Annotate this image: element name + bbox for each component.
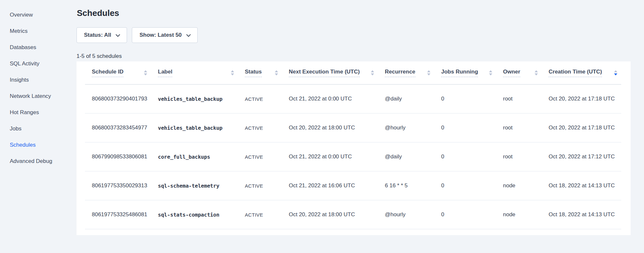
cell-owner: node — [496, 200, 542, 229]
cell-creation-time: Oct 20, 2022 at 17:18 UTC — [542, 113, 621, 142]
table-row: 806197753325486081sql-stats-compactionAC… — [85, 200, 621, 229]
sort-icon[interactable] — [535, 70, 538, 75]
filters-bar: Status: All Show: Latest 50 — [77, 27, 631, 43]
cell-creation-time: Oct 20, 2022 at 17:12 UTC — [542, 142, 621, 171]
sidebar-item-label: Overview — [10, 12, 33, 18]
cell-jobs-running: 0 — [434, 85, 496, 113]
cell-recurrence: @hourly — [378, 113, 434, 142]
sort-icon[interactable] — [489, 70, 492, 75]
sort-icon[interactable] — [427, 70, 430, 75]
cell-creation-time: Oct 18, 2022 at 14:13 UTC — [542, 200, 621, 229]
column-header-creation-time-utc[interactable]: Creation Time (UTC) — [542, 61, 621, 85]
table-row: 806799098533806081core_full_backupsACTIV… — [85, 142, 621, 171]
schedules-table-card: Schedule ID Label Status Next Execution … — [77, 61, 631, 235]
sidebar-item-label: Network Latency — [10, 93, 51, 100]
sidebar-item-hot-ranges[interactable]: Hot Ranges — [0, 104, 72, 121]
table-row: 806800373290401793vehicles_table_backupA… — [85, 85, 621, 113]
status-filter-label: Status: All — [84, 32, 111, 38]
cell-next-execution: Oct 20, 2022 at 18:00 UTC — [282, 200, 378, 229]
sort-icon[interactable] — [275, 70, 278, 75]
cell-schedule-id: 806197753325486081 — [85, 200, 151, 229]
column-header-owner[interactable]: Owner — [496, 61, 542, 85]
main-content: Schedules Status: All Show: Latest 50 1-… — [77, 0, 631, 235]
column-header-jobs-running[interactable]: Jobs Running — [434, 61, 496, 85]
cell-jobs-running: 0 — [434, 200, 496, 229]
sidebar-item-network-latency[interactable]: Network Latency — [0, 88, 72, 104]
cell-status: ACTIVE — [238, 85, 282, 113]
cell-schedule-id: 806197753350029313 — [85, 171, 151, 200]
schedules-table: Schedule ID Label Status Next Execution … — [85, 61, 621, 229]
table-header-row: Schedule ID Label Status Next Execution … — [85, 61, 621, 85]
sidebar-item-insights[interactable]: Insights — [0, 72, 72, 88]
cell-label: vehicles_table_backup — [151, 113, 238, 142]
column-header-label: Owner — [503, 69, 520, 77]
status-filter-dropdown[interactable]: Status: All — [77, 27, 127, 43]
cell-owner: root — [496, 142, 542, 171]
chevron-down-icon — [186, 34, 191, 37]
sort-icon[interactable] — [231, 70, 234, 75]
column-header-recurrence[interactable]: Recurrence — [378, 61, 434, 85]
sidebar-nav: OverviewMetricsDatabasesSQL ActivityInsi… — [0, 7, 72, 169]
column-header-next-execution-time-utc[interactable]: Next Execution Time (UTC) — [282, 61, 378, 85]
sidebar-item-label: Jobs — [10, 126, 21, 132]
sidebar-item-sql-activity[interactable]: SQL Activity — [0, 56, 72, 72]
cell-next-execution: Oct 20, 2022 at 18:00 UTC — [282, 113, 378, 142]
sidebar-item-schedules[interactable]: Schedules — [0, 137, 72, 153]
column-header-label: Recurrence — [385, 69, 415, 77]
page-title: Schedules — [77, 8, 631, 18]
cell-jobs-running: 0 — [434, 113, 496, 142]
table-row: 806197753350029313sql-schema-telemetryAC… — [85, 171, 621, 200]
cell-schedule-id: 806799098533806081 — [85, 142, 151, 171]
chevron-down-icon — [116, 34, 120, 37]
column-header-status[interactable]: Status — [238, 61, 282, 85]
sidebar-item-label: Insights — [10, 77, 29, 83]
column-header-label: Creation Time (UTC) — [549, 69, 602, 77]
sidebar-item-label: Databases — [10, 44, 36, 51]
sidebar-item-label: Advanced Debug — [10, 158, 52, 165]
sidebar-item-label: Hot Ranges — [10, 109, 39, 116]
sidebar-item-databases[interactable]: Databases — [0, 39, 72, 56]
cell-recurrence: @hourly — [378, 200, 434, 229]
sidebar-item-metrics[interactable]: Metrics — [0, 23, 72, 39]
column-header-label: Next Execution Time (UTC) — [289, 69, 360, 77]
cell-recurrence: 6 16 * * 5 — [378, 171, 434, 200]
sidebar-item-overview[interactable]: Overview — [0, 7, 72, 23]
sidebar-item-advanced-debug[interactable]: Advanced Debug — [0, 153, 72, 169]
column-header-label: Jobs Running — [441, 69, 478, 77]
results-count: 1-5 of 5 schedules — [77, 53, 631, 60]
table-row: 806800373283454977vehicles_table_backupA… — [85, 113, 621, 142]
sidebar-item-label: Metrics — [10, 28, 28, 34]
cell-label: vehicles_table_backup — [151, 85, 238, 113]
sort-icon[interactable] — [371, 70, 374, 75]
sidebar-item-label: SQL Activity — [10, 60, 39, 67]
cell-status: ACTIVE — [238, 113, 282, 142]
column-header-schedule-id[interactable]: Schedule ID — [85, 61, 151, 85]
show-filter-dropdown[interactable]: Show: Latest 50 — [132, 27, 197, 43]
cell-next-execution: Oct 21, 2022 at 0:00 UTC — [282, 142, 378, 171]
cell-creation-time: Oct 18, 2022 at 14:13 UTC — [542, 171, 621, 200]
cell-status: ACTIVE — [238, 142, 282, 171]
show-filter-label: Show: Latest 50 — [139, 32, 181, 38]
sort-icon[interactable] — [144, 70, 147, 75]
sidebar-item-jobs[interactable]: Jobs — [0, 121, 72, 137]
cell-owner: node — [496, 171, 542, 200]
cell-status: ACTIVE — [238, 171, 282, 200]
cell-owner: root — [496, 113, 542, 142]
table-body: 806800373290401793vehicles_table_backupA… — [85, 85, 621, 229]
cell-owner: root — [496, 85, 542, 113]
cell-jobs-running: 0 — [434, 142, 496, 171]
sidebar-item-label: Schedules — [10, 142, 35, 148]
sort-icon[interactable] — [614, 70, 617, 75]
column-header-label[interactable]: Label — [151, 61, 238, 85]
cell-status: ACTIVE — [238, 200, 282, 229]
cell-schedule-id: 806800373290401793 — [85, 85, 151, 113]
cell-jobs-running: 0 — [434, 171, 496, 200]
cell-recurrence: @daily — [378, 85, 434, 113]
cell-next-execution: Oct 21, 2022 at 16:06 UTC — [282, 171, 378, 200]
column-header-label: Schedule ID — [92, 69, 123, 77]
cell-creation-time: Oct 20, 2022 at 17:18 UTC — [542, 85, 621, 113]
cell-label: sql-stats-compaction — [151, 200, 238, 229]
cell-recurrence: @daily — [378, 142, 434, 171]
cell-label: core_full_backups — [151, 142, 238, 171]
cell-label: sql-schema-telemetry — [151, 171, 238, 200]
